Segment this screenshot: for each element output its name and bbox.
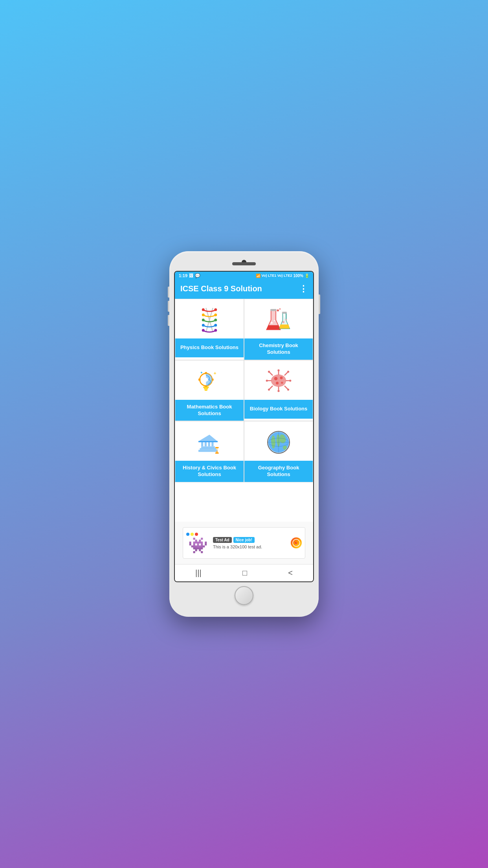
- svg-rect-33: [204, 388, 208, 389]
- svg-point-16: [274, 320, 275, 322]
- history-label: History & Civics Book Solutions: [175, 461, 244, 482]
- svg-point-41: [281, 381, 283, 383]
- svg-point-49: [277, 390, 279, 392]
- svg-point-4: [202, 318, 205, 321]
- dot-blue: [186, 533, 189, 536]
- svg-point-2: [202, 308, 205, 311]
- ad-dots: [186, 533, 198, 536]
- svg-rect-34: [205, 390, 207, 391]
- geography-icon-area: [244, 421, 313, 461]
- svg-point-57: [287, 388, 289, 390]
- mathematics-label: Mathematics Book Solutions: [175, 400, 244, 421]
- building-icon: [196, 428, 223, 456]
- svg-point-43: [277, 369, 279, 371]
- svg-point-37: [271, 374, 286, 387]
- svg-rect-17: [270, 309, 277, 311]
- svg-marker-20: [279, 324, 290, 329]
- svg-rect-32: [203, 386, 209, 388]
- svg-point-3: [202, 313, 205, 316]
- app-title: ICSE Class 9 Solution: [180, 284, 262, 293]
- svg-point-45: [266, 379, 268, 381]
- svg-rect-66: [211, 442, 213, 447]
- phone-screen: 1:19 🖼 💬 📶 Vo) LTE1 Vo) LTE2 100% 🔋 ICSE…: [174, 271, 314, 582]
- home-physical-button[interactable]: [235, 586, 253, 605]
- svg-point-55: [268, 388, 270, 390]
- speaker: [232, 262, 256, 265]
- monster-emoji: 👾: [186, 537, 210, 553]
- biology-cell[interactable]: Biology Book Solutions: [244, 360, 313, 421]
- chemistry-label: Chemistry Book Solutions: [244, 338, 313, 360]
- svg-rect-62: [198, 441, 218, 443]
- mathematics-cell[interactable]: ✦ ✦ Mathematics Book Solutions: [175, 360, 244, 421]
- history-icon-area: [175, 421, 244, 461]
- status-whatsapp-icon: 💬: [195, 273, 200, 278]
- menu-button[interactable]: ⋮: [299, 284, 308, 294]
- svg-line-54: [270, 386, 272, 389]
- physics-label: Physics Book Solutions: [175, 338, 244, 357]
- geography-label: Geography Book Solutions: [244, 461, 313, 482]
- svg-point-9: [214, 318, 217, 321]
- svg-point-31: [204, 377, 208, 382]
- ad-content: Test Ad Nice job! This is a 320x100 test…: [213, 537, 288, 549]
- svg-rect-67: [215, 447, 219, 449]
- phone-top: [174, 258, 314, 269]
- chemistry-cell[interactable]: Chemistry Book Solutions: [244, 299, 313, 360]
- svg-point-8: [214, 313, 217, 316]
- biology-icon-area: [244, 360, 313, 400]
- mathematics-icon-area: ✦ ✦: [175, 360, 244, 400]
- svg-rect-65: [208, 442, 210, 447]
- svg-point-7: [214, 308, 217, 311]
- svg-point-51: [268, 370, 270, 372]
- ad-labels: Test Ad Nice job!: [213, 537, 288, 543]
- chemistry-icon-area: [244, 299, 313, 338]
- dna-icon: [196, 306, 223, 334]
- svg-point-24: [277, 309, 279, 311]
- ad-wrapper: 👾 Test Ad Nice job! This is a 320x100 te…: [175, 522, 313, 564]
- svg-point-38: [274, 377, 278, 380]
- battery-percent: 100%: [293, 274, 303, 278]
- svg-text:✦: ✦: [200, 370, 203, 374]
- network-label: Vo) LTE1 Vo) LTE2: [262, 274, 292, 278]
- status-right: 📶 Vo) LTE1 Vo) LTE2 100% 🔋: [256, 274, 309, 278]
- phone-bottom: [174, 586, 314, 605]
- status-gallery-icon: 🖼: [189, 273, 193, 278]
- svg-point-53: [287, 370, 289, 372]
- svg-line-52: [285, 372, 288, 375]
- svg-rect-63: [201, 442, 203, 447]
- recent-apps-button[interactable]: |||: [195, 568, 202, 577]
- back-button[interactable]: <: [288, 568, 293, 577]
- svg-point-25: [279, 308, 281, 310]
- power-button: [319, 294, 320, 314]
- bulb-icon: ✦ ✦: [196, 368, 223, 395]
- physics-icon-area: [175, 299, 244, 338]
- history-cell[interactable]: History & Civics Book Solutions: [175, 421, 244, 482]
- svg-rect-60: [201, 447, 215, 448]
- svg-rect-29: [198, 379, 200, 381]
- svg-rect-59: [200, 448, 216, 450]
- dot-yellow: [191, 533, 194, 536]
- ad-logo: [291, 537, 302, 548]
- ad-test-label: Test Ad: [213, 537, 232, 543]
- svg-point-5: [202, 324, 205, 326]
- battery-icon: 🔋: [305, 274, 309, 278]
- globe-icon: [265, 428, 292, 456]
- svg-point-39: [280, 376, 283, 379]
- svg-point-47: [289, 379, 291, 381]
- svg-rect-64: [205, 442, 207, 447]
- svg-marker-61: [199, 435, 217, 441]
- svg-point-10: [214, 324, 217, 326]
- svg-rect-68: [215, 453, 219, 454]
- svg-point-21: [283, 321, 284, 323]
- ad-banner[interactable]: 👾 Test Ad Nice job! This is a 320x100 te…: [183, 527, 305, 559]
- svg-point-22: [286, 319, 287, 320]
- ad-text: This is a 320x100 test ad.: [213, 544, 288, 549]
- svg-rect-23: [282, 312, 287, 313]
- home-button[interactable]: □: [242, 568, 247, 577]
- nav-bar: ||| □ <: [175, 564, 313, 581]
- ad-monster-area: 👾: [186, 533, 210, 553]
- status-bar: 1:19 🖼 💬 📶 Vo) LTE1 Vo) LTE2 100% 🔋: [175, 272, 313, 280]
- app-header: ICSE Class 9 Solution ⋮: [175, 280, 313, 299]
- subject-grid: Physics Book Solutions: [175, 299, 313, 482]
- physics-cell[interactable]: Physics Book Solutions: [175, 299, 244, 360]
- geography-cell[interactable]: Geography Book Solutions: [244, 421, 313, 482]
